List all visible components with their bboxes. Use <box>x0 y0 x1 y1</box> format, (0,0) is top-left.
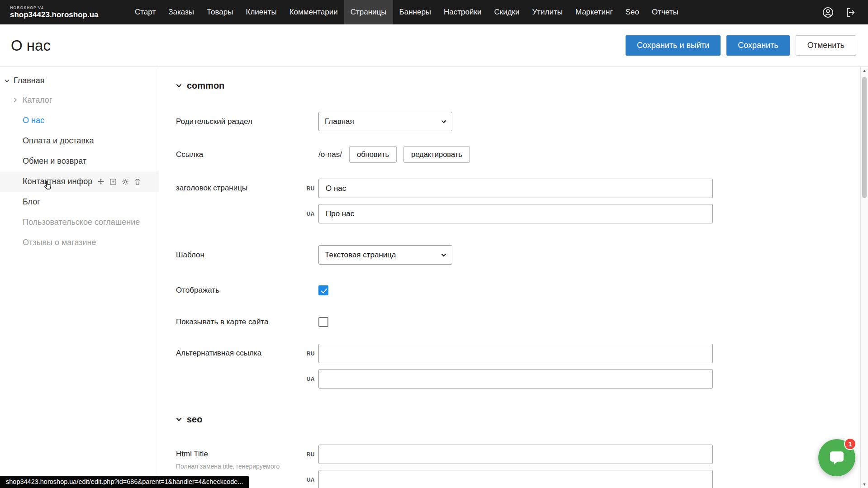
page-title: О нас <box>11 37 51 54</box>
sidebar-item-label: О нас <box>23 116 44 125</box>
logout-icon[interactable] <box>845 6 857 19</box>
section-common-title: common <box>187 81 224 91</box>
alt-link-ua-input[interactable] <box>318 369 713 389</box>
lang-ru-badge: RU <box>300 451 315 458</box>
sidebar-item-label: Пользовательское соглашение <box>23 218 140 227</box>
page-title-row: заголовок страницы RU UA <box>176 179 868 223</box>
parent-section-row: Родительский раздел Главная <box>176 112 868 131</box>
trash-icon[interactable] <box>133 178 142 186</box>
chat-widget-button[interactable]: 1 <box>818 439 855 476</box>
parent-section-select-control[interactable]: Главная <box>319 112 452 131</box>
top-navbar: HOROSHOP V4 shop34423.horoshop.ua Старт … <box>0 0 868 24</box>
chevron-down-icon <box>176 417 182 422</box>
sidebar-item-user-agreement[interactable]: Пользовательское соглашение <box>0 212 159 232</box>
section-common-toggle[interactable]: common <box>176 81 868 91</box>
lang-ua-badge: UA <box>300 376 315 382</box>
edit-link-button[interactable]: редактировать <box>403 146 470 163</box>
display-label: Отображать <box>176 286 318 295</box>
link-row: Ссылка /o-nas/ обновить редактировать <box>176 145 868 164</box>
display-checkbox[interactable] <box>318 285 328 295</box>
scrollbar[interactable]: ▲ ▼ <box>860 67 868 488</box>
nav-item-clients[interactable]: Клиенты <box>240 0 283 24</box>
sidebar-item-kontaktnaya-infor[interactable]: Контактная инфор <box>0 171 159 192</box>
pages-tree-sidebar: Главная Каталог О нас Оплата и доставка … <box>0 67 159 488</box>
sidebar-item-obmen-i-vozvrat[interactable]: Обмен и возврат <box>0 151 159 171</box>
nav-item-seo[interactable]: Seo <box>619 0 645 24</box>
nav-item-discounts[interactable]: Скидки <box>488 0 526 24</box>
sidebar-item-store-reviews[interactable]: Отзывы о магазине <box>0 232 159 253</box>
page-title-ua-input[interactable] <box>318 204 713 223</box>
html-title-ua-input[interactable] <box>318 470 713 488</box>
nav-right-icons <box>822 0 868 24</box>
alt-link-ru-input[interactable] <box>318 344 713 363</box>
nav-item-reports[interactable]: Отчеты <box>645 0 685 24</box>
save-button[interactable]: Сохранить <box>726 35 789 56</box>
brand-domain: shop34423.horoshop.ua <box>10 10 108 19</box>
cancel-button[interactable]: Отменить <box>796 35 856 56</box>
sidebar-item-blog[interactable]: Блог <box>0 192 159 212</box>
sidebar-item-home[interactable]: Главная <box>0 71 159 90</box>
nav-item-banners[interactable]: Баннеры <box>393 0 438 24</box>
lang-ua-badge: UA <box>300 211 315 217</box>
sidebar-item-o-nas[interactable]: О нас <box>0 110 159 131</box>
sitemap-label: Показывать в карте сайта <box>176 317 318 327</box>
page-header: О нас Сохранить и выйти Сохранить Отмени… <box>0 24 868 67</box>
template-select[interactable]: Текстовая страница <box>318 245 452 265</box>
add-page-icon[interactable] <box>109 178 117 186</box>
nav-item-marketing[interactable]: Маркетинг <box>569 0 619 24</box>
page-title-ru-input[interactable] <box>318 179 713 198</box>
gear-icon[interactable] <box>121 178 129 186</box>
status-url-tooltip: shop34423.horoshop.ua/edit/edit.php?id=6… <box>0 476 249 488</box>
tree-item-actions <box>97 178 142 186</box>
section-seo-title: seo <box>187 414 202 425</box>
parent-section-select[interactable]: Главная <box>318 112 452 131</box>
nav-item-products[interactable]: Товары <box>200 0 239 24</box>
save-and-exit-button[interactable]: Сохранить и выйти <box>626 35 721 56</box>
template-select-control[interactable]: Текстовая страница <box>319 246 452 264</box>
nav-item-orders[interactable]: Заказы <box>162 0 200 24</box>
alt-link-label: Альтернативная ссылка <box>176 344 318 358</box>
nav-item-utilities[interactable]: Утилиты <box>526 0 569 24</box>
html-title-ru-input[interactable] <box>318 445 713 464</box>
sidebar-item-label: Блог <box>23 197 40 207</box>
chevron-right-icon[interactable] <box>14 97 17 103</box>
sidebar-item-label: Оплата и доставка <box>23 136 94 146</box>
move-icon[interactable] <box>97 178 105 186</box>
sidebar-item-label: Контактная инфор <box>23 177 92 186</box>
section-seo-toggle[interactable]: seo <box>176 414 868 425</box>
nav-item-pages[interactable]: Страницы <box>344 0 393 24</box>
sidebar-item-catalog[interactable]: Каталог <box>0 90 159 110</box>
link-path-value: /o-nas/ <box>318 150 342 159</box>
chevron-down-icon[interactable] <box>5 79 9 83</box>
brand-version: HOROSHOP V4 <box>10 5 108 10</box>
template-label: Шаблон <box>176 251 318 260</box>
lang-ua-badge: UA <box>300 477 315 483</box>
page-title-label: заголовок страницы <box>176 179 318 193</box>
html-title-label: Html Title <box>176 450 318 459</box>
main-nav: Старт Заказы Товары Клиенты Комментарии … <box>128 0 685 24</box>
scroll-down-arrow[interactable]: ▼ <box>861 481 868 488</box>
sidebar-root-label: Главная <box>14 76 45 85</box>
lang-ru-badge: RU <box>300 185 315 192</box>
chat-unread-badge: 1 <box>844 438 856 450</box>
header-buttons: Сохранить и выйти Сохранить Отменить <box>626 35 856 56</box>
sidebar-item-label: Обмен и возврат <box>23 156 86 166</box>
brand[interactable]: HOROSHOP V4 shop34423.horoshop.ua <box>0 0 108 24</box>
sitemap-row: Показывать в карте сайта <box>176 312 868 332</box>
template-row: Шаблон Текстовая страница <box>176 245 868 265</box>
update-link-button[interactable]: обновить <box>349 146 397 163</box>
chevron-down-icon <box>176 84 182 88</box>
html-title-hint: Полная замена title, генерируемого <box>176 462 305 470</box>
sidebar-item-oplata-i-dostavka[interactable]: Оплата и доставка <box>0 131 159 151</box>
nav-item-comments[interactable]: Комментарии <box>283 0 344 24</box>
sitemap-checkbox[interactable] <box>318 317 328 327</box>
alt-link-row: Альтернативная ссылка RU UA <box>176 344 868 389</box>
nav-item-settings[interactable]: Настройки <box>437 0 488 24</box>
html-title-row: Html Title Полная замена title, генериру… <box>176 445 868 488</box>
scrollbar-thumb[interactable] <box>862 77 867 198</box>
main-layout: Главная Каталог О нас Оплата и доставка … <box>0 67 868 488</box>
link-label: Ссылка <box>176 150 318 159</box>
scroll-up-arrow[interactable]: ▲ <box>861 67 868 74</box>
nav-item-start[interactable]: Старт <box>128 0 162 24</box>
user-account-icon[interactable] <box>822 6 834 19</box>
